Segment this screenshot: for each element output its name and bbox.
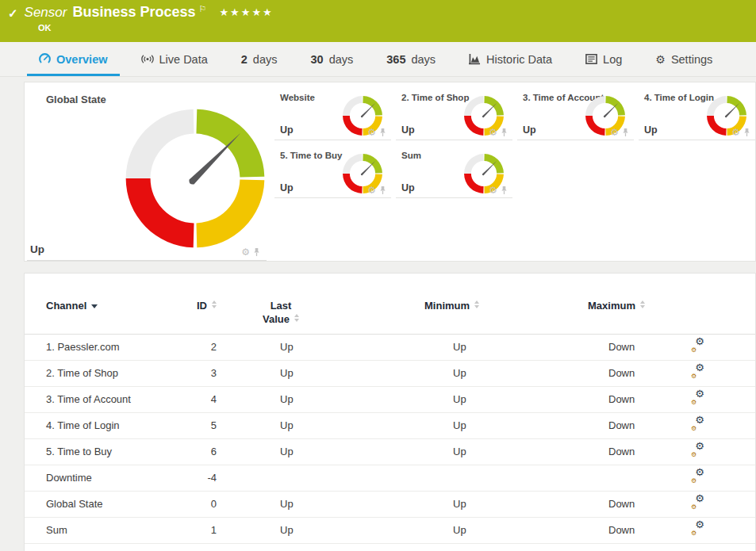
- maximum-value: Down: [543, 419, 677, 431]
- maximum-value: Down: [543, 393, 677, 405]
- pin-icon[interactable]: [253, 247, 260, 257]
- gear-icon[interactable]: ⚙: [241, 247, 250, 257]
- table-body: 1. Paessler.com 2 Up Up Down ⚙⚙ 2. Time …: [25, 335, 755, 544]
- maximum-value: Down: [543, 367, 677, 379]
- last-value: Up: [217, 341, 390, 353]
- channel-settings-icon[interactable]: ⚙⚙: [691, 365, 704, 379]
- pin-icon[interactable]: [379, 128, 386, 137]
- gauge-tiles-grid: Website Up ⚙ 2. Time of Shop Up ⚙ 3. Tim…: [274, 82, 755, 261]
- channel-id: 3: [165, 367, 217, 379]
- tab-settings[interactable]: ⚙Settings: [643, 42, 724, 76]
- gear-icon[interactable]: ⚙: [489, 186, 497, 195]
- gauge-status: Up: [30, 243, 44, 255]
- channel-table: Channel ID Last Value Minimum Maximum 1.…: [24, 273, 756, 551]
- pin-icon[interactable]: [743, 128, 750, 137]
- gear-icon[interactable]: ⚙: [610, 128, 619, 137]
- page-title: Business Process: [72, 4, 195, 21]
- table-row: Sum 1 Up Up Down ⚙⚙: [25, 518, 755, 544]
- status-badge: OK: [38, 23, 756, 33]
- channel-name: 2. Time of Shop: [46, 367, 165, 379]
- priority-stars[interactable]: ★★★★★: [219, 6, 273, 18]
- table-row: 2. Time of Shop 3 Up Up Down ⚙⚙: [25, 361, 755, 387]
- overview-content: Global State Up ⚙ Website Up ⚙ 2. Time o…: [0, 77, 756, 551]
- gauge-tile[interactable]: 4. Time of Login Up ⚙: [639, 82, 755, 140]
- maximum-value: Down: [543, 341, 677, 353]
- channel-id: 1: [165, 524, 217, 536]
- table-row: Global State 0 Up Up Down ⚙⚙: [25, 492, 755, 518]
- gauge-tile[interactable]: 2. Time of Shop Up ⚙: [396, 82, 512, 140]
- channel-settings-icon[interactable]: ⚙⚙: [691, 470, 704, 484]
- tab-overview[interactable]: Overview: [27, 42, 120, 76]
- pin-icon[interactable]: [622, 128, 629, 137]
- gear-icon[interactable]: ⚙: [367, 186, 376, 195]
- channel-name: 5. Time to Buy: [46, 446, 165, 457]
- channel-id: 6: [165, 446, 217, 457]
- gauge-tile-title: 5. Time to Buy: [280, 151, 342, 160]
- channel-id: 5: [165, 419, 217, 431]
- tab-bar: Overview Live Data 2days 30days 365days …: [0, 42, 756, 77]
- table-row: 4. Time of Login 5 Up Up Down ⚙⚙: [25, 413, 755, 439]
- channel-name: Sum: [46, 524, 165, 536]
- gear-icon[interactable]: ⚙: [489, 128, 497, 137]
- gauge-status: Up: [644, 124, 658, 136]
- gauge-tile-title: Website: [280, 93, 315, 102]
- minimum-value: Up: [390, 498, 543, 510]
- flag-icon[interactable]: ⚐: [199, 4, 207, 14]
- sort-icon: [640, 300, 645, 308]
- gauge-tile[interactable]: Website Up ⚙: [274, 82, 391, 140]
- gauge-tile-title: Global State: [46, 94, 106, 105]
- pin-icon[interactable]: [501, 186, 508, 195]
- last-value: Up: [217, 524, 390, 536]
- sensor-kind-label: Sensor: [25, 5, 67, 21]
- minimum-value: Up: [390, 419, 543, 431]
- channel-settings-icon[interactable]: ⚙⚙: [691, 444, 704, 457]
- tab-historic-data[interactable]: Historic Data: [457, 42, 564, 76]
- column-header-last-value[interactable]: Last Value: [256, 300, 305, 327]
- pin-icon[interactable]: [501, 128, 508, 137]
- column-header-minimum[interactable]: Minimum: [424, 300, 543, 312]
- channel-id: 0: [165, 498, 217, 510]
- table-row: Downtime -4 ⚙⚙: [25, 465, 755, 492]
- gauge-tile-title: 4. Time of Login: [644, 93, 714, 102]
- sort-icon: [474, 300, 479, 308]
- table-header-row: Channel ID Last Value Minimum Maximum: [25, 274, 755, 335]
- channel-id: -4: [165, 472, 217, 484]
- tab-live-data[interactable]: Live Data: [129, 42, 220, 76]
- column-header-maximum[interactable]: Maximum: [588, 300, 677, 312]
- channel-settings-icon[interactable]: ⚙⚙: [691, 522, 704, 536]
- channel-name: Global State: [46, 498, 165, 510]
- channel-settings-icon[interactable]: ⚙⚙: [691, 392, 704, 405]
- gear-icon[interactable]: ⚙: [367, 128, 376, 137]
- log-icon: [585, 54, 597, 64]
- column-header-id[interactable]: ID: [165, 300, 217, 312]
- last-value: Up: [217, 393, 390, 405]
- pin-icon[interactable]: [379, 186, 386, 195]
- sort-icon: [294, 314, 299, 322]
- maximum-value: Down: [543, 446, 677, 457]
- tab-log[interactable]: Log: [574, 42, 634, 76]
- gauge-tile[interactable]: Sum Up ⚙: [396, 140, 512, 198]
- sort-desc-icon: [91, 304, 98, 308]
- tab-30-days[interactable]: 30days: [298, 42, 365, 76]
- tab-2-days[interactable]: 2days: [229, 42, 290, 76]
- channel-name: 3. Time of Account: [46, 393, 165, 405]
- table-row: 5. Time to Buy 6 Up Up Down ⚙⚙: [25, 439, 755, 465]
- channel-id: 4: [165, 393, 217, 405]
- table-row: 1. Paessler.com 2 Up Up Down ⚙⚙: [25, 335, 755, 361]
- historic-icon: [469, 54, 481, 65]
- channel-settings-icon[interactable]: ⚙⚙: [691, 339, 704, 353]
- gauge-tile[interactable]: 5. Time to Buy Up ⚙: [274, 140, 391, 198]
- column-header-channel[interactable]: Channel: [46, 300, 165, 312]
- minimum-value: Up: [390, 341, 543, 353]
- gauge-status: Up: [401, 124, 415, 136]
- gauge-tile[interactable]: 3. Time of Account Up ⚙: [517, 82, 634, 140]
- last-value: Up: [217, 446, 390, 457]
- gear-icon[interactable]: ⚙: [731, 128, 740, 137]
- channel-settings-icon[interactable]: ⚙⚙: [691, 418, 704, 431]
- tab-365-days[interactable]: 365days: [374, 42, 447, 76]
- minimum-value: Up: [390, 446, 543, 457]
- settings-icon: ⚙: [655, 54, 666, 65]
- channel-settings-icon[interactable]: ⚙⚙: [691, 496, 704, 510]
- check-icon: ✓: [8, 6, 18, 21]
- global-state-tile[interactable]: Global State Up ⚙: [25, 82, 267, 261]
